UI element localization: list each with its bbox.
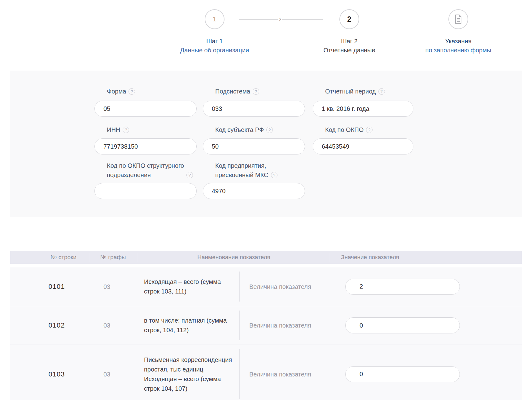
step-2-subtitle: Отчетные данные xyxy=(300,47,399,54)
step-1-circle[interactable]: 1 xyxy=(205,9,225,29)
okpo-structural-label: Код по ОКПО структурного подразделения ? xyxy=(107,161,209,180)
step-1-title[interactable]: Шаг 1 xyxy=(165,38,264,45)
table-header: № строки № графы Наименование показателя… xyxy=(10,251,522,264)
step-2-circle: 2 xyxy=(339,9,359,29)
row-separator xyxy=(239,311,240,340)
forma-input[interactable] xyxy=(94,101,197,117)
indicator-name: Исходящая – всего (сумма строк 103, 111) xyxy=(144,277,237,296)
help-icon[interactable]: ? xyxy=(129,88,135,95)
subject-code-label: Код субъекта РФ ? xyxy=(215,125,273,134)
step-1-subtitle[interactable]: Данные об организации xyxy=(165,47,264,54)
podsistema-input[interactable] xyxy=(203,101,305,117)
header-separator xyxy=(330,253,330,262)
report-period-input[interactable] xyxy=(313,101,413,117)
row-separator xyxy=(239,349,240,399)
indicator-value-input[interactable] xyxy=(345,366,460,382)
mks-code-input[interactable] xyxy=(203,183,305,199)
column-number: 03 xyxy=(87,322,127,329)
report-period-label: Отчетный период ? xyxy=(325,87,385,96)
header-separator xyxy=(90,253,90,262)
value-label: Величина показателя xyxy=(249,322,311,329)
arrow-right-icon: › xyxy=(278,15,282,23)
help-icon[interactable]: ? xyxy=(186,172,193,178)
indicator-value-input[interactable] xyxy=(345,317,460,333)
step-2-title: Шаг 2 xyxy=(300,38,399,45)
help-icon[interactable]: ? xyxy=(378,88,385,95)
indicator-name: Письменная корреспонденция простая, тыс … xyxy=(144,355,237,393)
podsistema-label: Подсистема ? xyxy=(215,87,259,96)
table-row: 0101 03 Исходящая – всего (сумма строк 1… xyxy=(10,267,522,306)
header-separator xyxy=(138,253,138,262)
step-instructions[interactable]: Указания по заполнению формы xyxy=(409,9,508,54)
indicator-value-input[interactable] xyxy=(345,279,460,295)
help-icon[interactable]: ? xyxy=(271,172,277,178)
instructions-title[interactable]: Указания xyxy=(409,38,508,45)
row-separator xyxy=(239,272,240,302)
subject-code-input[interactable] xyxy=(203,138,305,154)
step-1-number: 1 xyxy=(213,15,216,23)
okpo-label: Код по ОКПО ? xyxy=(325,125,373,134)
help-icon[interactable]: ? xyxy=(123,127,129,133)
instructions-circle[interactable] xyxy=(448,9,468,29)
indicator-name: в том числе: платная (сумма строк, 104, … xyxy=(144,316,237,335)
instructions-subtitle[interactable]: по заполнению формы xyxy=(409,47,508,54)
value-label: Величина показателя xyxy=(249,371,311,378)
mks-code-label: Код предприятия, присвоенный МКС ? xyxy=(215,161,317,180)
col-header-indicator-name: Наименование показателя xyxy=(197,251,270,264)
col-header-row-number: № строки xyxy=(50,251,76,264)
col-header-indicator-value: Значение показателя xyxy=(341,251,399,264)
organization-codes-panel: Форма ? Подсистема ? Отчетный период ? И… xyxy=(10,71,522,217)
okpo-structural-input[interactable] xyxy=(94,183,197,199)
table-row: 0102 03 в том числе: платная (сумма стро… xyxy=(10,306,522,345)
help-icon[interactable]: ? xyxy=(253,88,259,95)
indicator-table: 0101 03 Исходящая – всего (сумма строк 1… xyxy=(10,267,522,400)
col-header-col-number: № графы xyxy=(100,251,126,264)
help-icon[interactable]: ? xyxy=(366,127,373,133)
step-2: 2 Шаг 2 Отчетные данные xyxy=(300,9,399,54)
step-2-number: 2 xyxy=(347,15,351,24)
step-1[interactable]: 1 Шаг 1 Данные об организации xyxy=(165,9,264,54)
document-icon xyxy=(455,15,462,24)
inn-input[interactable] xyxy=(94,138,197,154)
okpo-input[interactable] xyxy=(313,138,413,154)
help-icon[interactable]: ? xyxy=(266,127,273,133)
table-row: 0103 03 Письменная корреспонденция прост… xyxy=(10,345,522,400)
inn-label: ИНН ? xyxy=(107,125,129,134)
forma-label: Форма ? xyxy=(107,87,135,96)
column-number: 03 xyxy=(87,371,127,378)
value-label: Величина показателя xyxy=(249,283,311,290)
column-number: 03 xyxy=(87,283,127,290)
report-form-page: 1 Шаг 1 Данные об организации › 2 Шаг 2 … xyxy=(0,0,532,400)
